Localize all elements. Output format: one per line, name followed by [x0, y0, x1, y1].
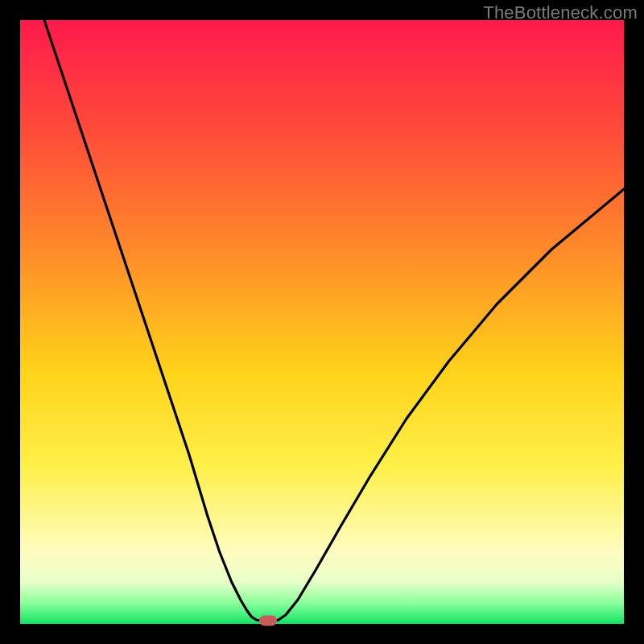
- curve-svg: [20, 20, 624, 624]
- bottleneck-curve: [44, 20, 624, 621]
- chart-frame: TheBottleneck.com: [0, 0, 644, 644]
- optimum-marker: [259, 615, 277, 625]
- watermark-text: TheBottleneck.com: [483, 2, 638, 23]
- plot-area: [20, 20, 624, 624]
